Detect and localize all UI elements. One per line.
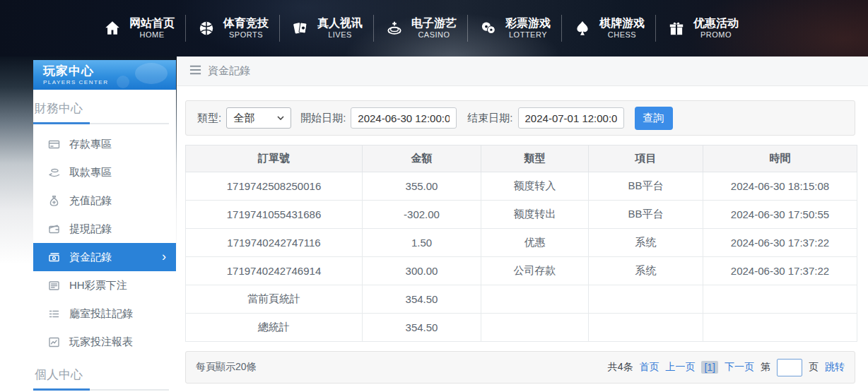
start-date-input[interactable]: [351, 107, 457, 129]
nav-item-chess[interactable]: 棋牌游戏 CHESS: [562, 16, 655, 40]
first-page-link[interactable]: 首页: [639, 361, 659, 374]
nav-label-zh: 真人视讯: [317, 16, 363, 30]
cell-empty: [589, 314, 703, 342]
top-navigation-bar: 网站首页 HOME 体育竞技 SPORTS: [0, 0, 868, 57]
nav-label-en: CHESS: [608, 30, 636, 40]
document-icon: [48, 280, 60, 292]
withdraw-hand-icon: [48, 167, 60, 179]
current-page-indicator: [1]: [701, 361, 718, 374]
cell-time: 2024-06-30 17:37:22: [703, 257, 857, 285]
cell-empty: [703, 285, 857, 314]
type-select-value: 全部: [233, 112, 254, 125]
header-amount: 金額: [363, 145, 481, 172]
cell-empty: [481, 314, 589, 342]
player-center-page: 网站首页 HOME 体育竞技 SPORTS: [0, 0, 868, 392]
nav-label-en: PROMO: [700, 30, 732, 40]
cell-type: 额度转出: [481, 201, 589, 229]
deposit-card-icon: [48, 138, 60, 150]
cash-record-icon: [48, 251, 60, 263]
jump-prefix-label: 第: [761, 361, 770, 374]
cell-amount: 355.00: [363, 172, 481, 201]
wallet-icon: [48, 223, 60, 235]
nav-items: 网站首页 HOME 体育竞技 SPORTS: [92, 0, 749, 57]
header-type: 類型: [481, 145, 589, 172]
page-jump-input[interactable]: [777, 359, 802, 376]
table-row-grand-total: 總統計 354.50: [186, 314, 857, 342]
moneybag-icon: [48, 195, 60, 207]
lottery-balls-icon: [479, 18, 498, 38]
cell-empty: [481, 285, 589, 314]
sidebar-item-withdraw[interactable]: 取款專區: [33, 158, 176, 186]
nav-item-sports[interactable]: 体育竞技 SPORTS: [186, 16, 279, 40]
report-chart-icon: [48, 336, 60, 348]
page-title: 資金記錄: [208, 64, 250, 78]
sidebar-item-label: 充值記錄: [69, 194, 112, 208]
type-select[interactable]: 全部: [226, 107, 291, 129]
sidebar-section-finance: 財務中心: [33, 90, 169, 124]
funds-record-table: 訂單號 金額 類型 項目 時間 1719742508250016 355.00 …: [185, 145, 857, 342]
cell-amount: 1.50: [363, 229, 481, 257]
cell-amount: 354.50: [363, 314, 481, 342]
pagination-bar: 每頁顯示20條 共4条 首页 上一页 [1] 下一页 第 页 跳转: [185, 351, 855, 384]
sidebar-subtitle: PLAYERS CENTER: [43, 79, 176, 85]
sidebar-item-withdrawal-record[interactable]: 提現記錄: [33, 215, 176, 243]
sidebar-header: 玩家中心 PLAYERS CENTER: [33, 60, 176, 90]
cell-item: BB平台: [589, 201, 703, 229]
nav-item-promo[interactable]: 优惠活动 PROMO: [656, 16, 749, 40]
header-item: 項目: [589, 145, 703, 172]
sidebar-item-deposit[interactable]: 存款專區: [33, 130, 176, 158]
chevron-down-icon: [277, 116, 284, 120]
end-date-input[interactable]: [518, 107, 624, 129]
main-content: 資金記錄 類型: 全部 開始日期: 结束日期: 查詢 訂單號 金額 類型: [177, 57, 868, 392]
cell-order-no: 1719740242747116: [186, 229, 363, 257]
next-page-link[interactable]: 下一页: [725, 361, 754, 374]
sidebar-item-funds-record[interactable]: 資金記錄 ›: [33, 243, 176, 271]
search-button[interactable]: 查詢: [635, 107, 673, 130]
nav-label-en: LIVES: [328, 30, 352, 40]
header-time: 時間: [703, 145, 857, 172]
cell-amount: 354.50: [363, 285, 481, 314]
sidebar-item-label: 廳室投註記錄: [69, 307, 133, 321]
table-header-row: 訂單號 金額 類型 項目 時間: [186, 145, 857, 172]
sidebar: 玩家中心 PLAYERS CENTER 財務中心 存款專區 取款專區: [33, 60, 176, 392]
nav-item-lottery[interactable]: 彩票游戏 LOTTERY: [468, 16, 561, 40]
chevron-right-icon: ›: [162, 249, 166, 264]
nav-label-en: SPORTS: [229, 30, 263, 40]
table-row: 1719740242747116 1.50 优惠 系统 2024-06-30 1…: [186, 229, 857, 257]
playing-cards-icon: [291, 18, 310, 38]
nav-label-zh: 优惠活动: [693, 16, 739, 30]
nav-label-zh: 电子游艺: [411, 16, 457, 30]
nav-label-zh: 棋牌游戏: [599, 16, 645, 30]
nav-item-lives[interactable]: 真人视讯 LIVES: [280, 16, 373, 40]
nav-label-zh: 网站首页: [129, 16, 175, 30]
sidebar-item-recharge-record[interactable]: 充值記錄: [33, 186, 176, 215]
nav-label-zh: 体育竞技: [223, 16, 269, 30]
filter-bar: 類型: 全部 開始日期: 结束日期: 查詢: [185, 100, 855, 136]
roulette-icon: [385, 18, 404, 38]
prev-page-link[interactable]: 上一页: [665, 361, 695, 374]
hamburger-menu-icon[interactable]: [189, 65, 201, 77]
list-icon: [48, 308, 60, 320]
sidebar-menu: 存款專區 取款專區 充值記錄 提現記錄: [33, 130, 176, 356]
sidebar-item-label: HH彩票下注: [69, 279, 127, 292]
cell-order-no: 1719740242746914: [186, 257, 363, 285]
cell-empty: [589, 285, 703, 314]
per-page-label: 每頁顯示20條: [196, 361, 257, 374]
cell-item: 系统: [589, 229, 703, 257]
nav-item-home[interactable]: 网站首页 HOME: [92, 16, 185, 40]
jump-action-link[interactable]: 跳转: [825, 361, 845, 374]
nav-label-en: CASINO: [418, 30, 450, 40]
sidebar-item-room-bet-record[interactable]: 廳室投註記錄: [33, 299, 176, 328]
cell-order-no: 1719742508250016: [186, 172, 363, 201]
spade-icon: [573, 18, 592, 38]
header-order-no: 訂單號: [186, 145, 363, 172]
nav-item-casino[interactable]: 电子游艺 CASINO: [374, 16, 467, 40]
sidebar-item-hh-lottery-bets[interactable]: HH彩票下注: [33, 271, 176, 299]
breadcrumb: 資金記錄: [177, 57, 868, 86]
sidebar-title: 玩家中心: [43, 63, 176, 79]
sidebar-item-label: 取款專區: [69, 166, 112, 179]
sidebar-item-player-bet-report[interactable]: 玩家投注報表: [33, 328, 176, 356]
pagination-controls: 共4条 首页 上一页 [1] 下一页 第 页 跳转: [608, 359, 845, 376]
cell-item: BB平台: [589, 172, 703, 201]
home-icon: [102, 18, 122, 38]
